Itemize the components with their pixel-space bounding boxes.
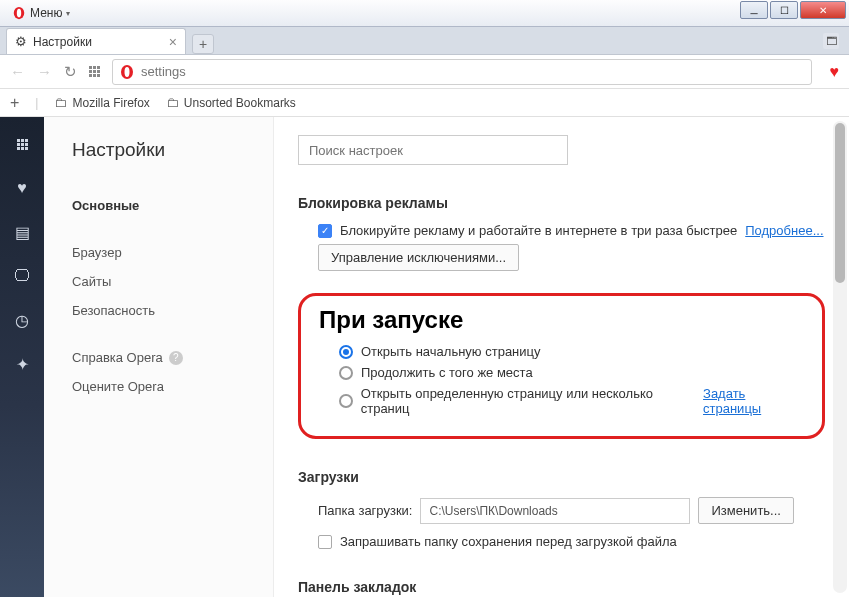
radio-label: Открыть определенную страницу или нескол… (361, 386, 695, 416)
speed-dial-button[interactable] (89, 66, 100, 77)
sidebar-item-help[interactable]: Справка Opera ? (72, 343, 273, 372)
back-button[interactable]: ← (10, 63, 25, 80)
radio-checked-icon (339, 345, 353, 359)
sidebar-item-browser[interactable]: Браузер (72, 238, 273, 267)
chevron-down-icon: ▾ (66, 9, 70, 18)
section-startup: При запуске Открыть начальную страницу П… (298, 293, 825, 439)
extensions-rail-icon[interactable]: ✦ (13, 355, 31, 373)
startup-option-1[interactable]: Открыть начальную страницу (339, 344, 804, 359)
bookmark-folder[interactable]: 🗀 Mozilla Firefox (54, 95, 149, 110)
settings-sidebar: Настройки Основные Браузер Сайты Безопас… (44, 117, 274, 597)
sidebar-item-basic[interactable]: Основные (72, 191, 273, 220)
window-help-icon[interactable]: 🗔 (823, 33, 839, 49)
radio-icon (339, 366, 353, 380)
reload-button[interactable]: ↻ (64, 63, 77, 81)
new-tab-button[interactable]: + (192, 34, 214, 54)
section-adblock: Блокировка рекламы ✓ Блокируйте рекламу … (298, 195, 825, 271)
tabs-rail-icon[interactable]: 🖵 (13, 267, 31, 285)
manage-exceptions-button[interactable]: Управление исключениями... (318, 244, 519, 271)
adblock-checkbox-row[interactable]: ✓ Блокируйте рекламу и работайте в интер… (318, 223, 825, 238)
radio-label: Открыть начальную страницу (361, 344, 541, 359)
opera-badge-icon (119, 64, 135, 80)
news-rail-icon[interactable]: ▤ (13, 223, 31, 241)
opera-icon (12, 6, 26, 20)
url-input[interactable] (141, 64, 805, 79)
checkbox-unchecked-icon (318, 535, 332, 549)
sidebar-item-security[interactable]: Безопасность (72, 296, 273, 325)
scrollbar-thumb[interactable] (835, 123, 845, 283)
radio-label: Продолжить с того же места (361, 365, 533, 380)
section-title: Загрузки (298, 469, 825, 485)
tab-close-button[interactable]: × (169, 34, 177, 50)
startup-option-3[interactable]: Открыть определенную страницу или нескол… (339, 386, 804, 416)
checkbox-checked-icon: ✓ (318, 224, 332, 238)
section-title: Панель закладок (298, 579, 825, 595)
checkbox-label: Запрашивать папку сохранения перед загру… (340, 534, 677, 549)
ask-folder-checkbox-row[interactable]: Запрашивать папку сохранения перед загру… (318, 534, 825, 549)
section-bookmarks-panel: Панель закладок (298, 579, 825, 595)
change-folder-button[interactable]: Изменить... (698, 497, 793, 524)
history-rail-icon[interactable]: ◷ (13, 311, 31, 329)
bookmark-folder[interactable]: 🗀 Unsorted Bookmarks (166, 95, 296, 110)
svg-point-1 (17, 9, 21, 18)
window-titlebar: Меню ▾ ─ ☐ ✕ (0, 0, 849, 27)
vertical-scrollbar[interactable] (833, 121, 847, 593)
section-downloads: Загрузки Папка загрузки: Изменить... Зап… (298, 469, 825, 549)
bookmarks-bar: + | 🗀 Mozilla Firefox 🗀 Unsorted Bookmar… (0, 89, 849, 117)
bookmarks-rail-icon[interactable]: ♥ (13, 179, 31, 197)
radio-icon (339, 394, 353, 408)
window-maximize-button[interactable]: ☐ (770, 1, 798, 19)
download-folder-label: Папка загрузки: (318, 503, 412, 518)
bookmark-label: Mozilla Firefox (72, 96, 149, 110)
tab-strip: ⚙ Настройки × + 🗔 (0, 27, 849, 55)
bookmark-label: Unsorted Bookmarks (184, 96, 296, 110)
page-title: Настройки (72, 139, 273, 161)
folder-icon: 🗀 (54, 95, 67, 110)
checkbox-label: Блокируйте рекламу и работайте в интерне… (340, 223, 737, 238)
app-menu-button[interactable]: Меню ▾ (4, 4, 78, 22)
content-area: ♥ ▤ 🖵 ◷ ✦ Настройки Основные Браузер Сай… (0, 117, 849, 597)
add-bookmark-button[interactable]: + (10, 94, 19, 112)
tab-title: Настройки (33, 35, 92, 49)
speed-dial-rail-icon[interactable] (13, 135, 31, 153)
set-pages-link[interactable]: Задать страницы (703, 386, 804, 416)
address-bar[interactable] (112, 59, 812, 85)
left-rail: ♥ ▤ 🖵 ◷ ✦ (0, 117, 44, 597)
folder-icon: 🗀 (166, 95, 179, 110)
forward-button[interactable]: → (37, 63, 52, 80)
settings-search-input[interactable] (298, 135, 568, 165)
navigation-bar: ← → ↻ ♥ (0, 55, 849, 89)
section-title: Блокировка рекламы (298, 195, 825, 211)
bookmark-heart-button[interactable]: ♥ (830, 63, 840, 81)
menu-label: Меню (30, 6, 62, 20)
help-label: Справка Opera (72, 350, 163, 365)
sidebar-item-sites[interactable]: Сайты (72, 267, 273, 296)
settings-main: Блокировка рекламы ✓ Блокируйте рекламу … (274, 117, 849, 597)
download-folder-input[interactable] (420, 498, 690, 524)
window-close-button[interactable]: ✕ (800, 1, 846, 19)
learn-more-link[interactable]: Подробнее... (745, 223, 823, 238)
sidebar-item-rate[interactable]: Оцените Opera (72, 372, 273, 401)
window-minimize-button[interactable]: ─ (740, 1, 768, 19)
section-title: При запуске (319, 306, 804, 334)
tab-settings[interactable]: ⚙ Настройки × (6, 28, 186, 54)
startup-option-2[interactable]: Продолжить с того же места (339, 365, 804, 380)
grid-icon (89, 66, 100, 77)
svg-point-3 (125, 67, 130, 77)
question-icon: ? (169, 351, 183, 365)
gear-icon: ⚙ (15, 34, 27, 49)
